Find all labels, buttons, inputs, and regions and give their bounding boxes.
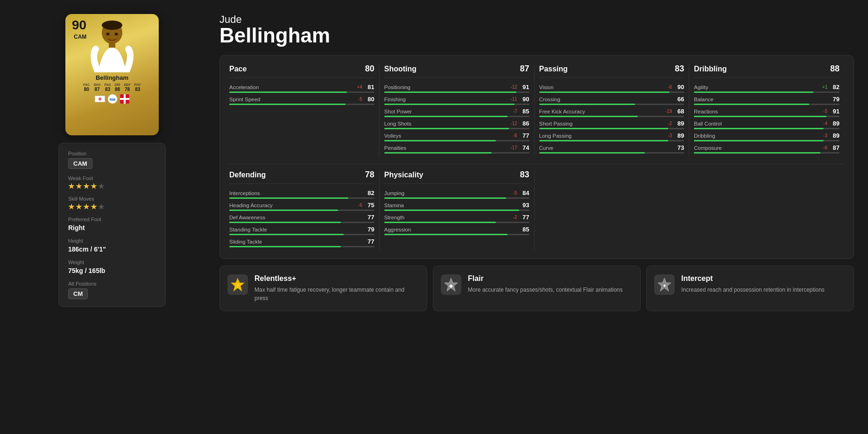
physicality-header: Physicality 83 xyxy=(384,170,529,184)
stat-number: 93 xyxy=(520,202,529,209)
stat-item: Standing Tackle 79 xyxy=(229,226,374,235)
stat-name: Composure xyxy=(694,145,814,151)
stat-item: Composure -6 87 xyxy=(694,144,840,154)
stat-bar-container xyxy=(384,140,529,141)
stat-bar xyxy=(229,246,341,247)
alt-positions-label: Alt Positions xyxy=(68,281,156,287)
stat-number: 81 xyxy=(365,84,374,91)
right-section: Jude Bellingham Pace 80 Acceleration +4 … xyxy=(210,9,854,311)
stat-bar-container xyxy=(384,210,529,211)
star-1 xyxy=(68,183,75,189)
stat-bar xyxy=(539,104,635,105)
stat-category-shooting: Shooting 87 Positioning -12 91 Finishing… xyxy=(384,64,535,156)
stat-modifier: -5 xyxy=(352,97,362,102)
stat-bar-container xyxy=(229,222,374,223)
stat-modifier: -19 xyxy=(662,109,672,114)
card-stat-phy: PHY 83 xyxy=(134,83,141,92)
stat-item: Reactions -5 91 xyxy=(694,108,840,117)
stat-name: Reactions xyxy=(694,109,814,114)
stat-number: 90 xyxy=(675,84,684,91)
passing-value: 83 xyxy=(675,64,684,74)
stat-bar xyxy=(384,128,509,129)
stat-number: 84 xyxy=(520,189,529,196)
stat-item: Balance 79 xyxy=(694,96,840,105)
nation-badge xyxy=(120,94,129,104)
stat-modifier: -12 xyxy=(507,121,517,126)
stat-number: 87 xyxy=(830,144,840,151)
stat-number: 68 xyxy=(675,108,684,115)
stat-number: 74 xyxy=(520,144,529,151)
stat-item: Agility +1 82 xyxy=(694,84,840,93)
trait-desc-relentless_plus: Max half time fatigue recovery, longer t… xyxy=(254,286,419,302)
svg-text:✦: ✦ xyxy=(663,283,667,288)
stat-name: Strength xyxy=(384,215,504,220)
stat-bar-container xyxy=(384,222,529,223)
preferred-foot-value: Right xyxy=(68,224,156,231)
stat-modifier: -3 xyxy=(817,133,827,138)
weak-foot-section: Weak Foot xyxy=(68,175,156,189)
stat-number: 91 xyxy=(830,108,840,115)
trait-icon-intercept: ✦ xyxy=(654,274,675,295)
stat-bar-container xyxy=(384,234,529,235)
stat-category-passing: Passing 83 Vision -6 90 Crossing 66 xyxy=(539,64,690,156)
stat-name: Jumping xyxy=(384,190,504,196)
star-5 xyxy=(98,183,105,189)
stat-name: Positioning xyxy=(384,84,504,90)
stat-item: Long Shots -12 86 xyxy=(384,120,529,129)
stat-number: 82 xyxy=(365,189,374,196)
weight-value: 75kg / 165lb xyxy=(68,267,156,274)
stat-name: Dribbling xyxy=(694,133,814,139)
stat-name: Agility xyxy=(694,84,814,90)
player-image xyxy=(82,19,142,72)
stat-item: Shot Power -7 85 xyxy=(384,108,529,117)
stat-number: 82 xyxy=(830,84,840,91)
stat-number: 77 xyxy=(520,214,529,221)
empty-col-1 xyxy=(539,170,690,250)
stat-bar-container xyxy=(539,91,685,93)
dribbling-items: Agility +1 82 Balance 79 Reactions -5 91 xyxy=(694,84,840,154)
position-section: Position CAM xyxy=(68,151,156,169)
trait-icon-flair: ◆ xyxy=(441,274,461,295)
stat-category-dribbling: Dribbling 88 Agility +1 82 Balance 79 xyxy=(694,64,844,156)
stat-item: Finishing -11 90 xyxy=(384,96,529,105)
stats-card: Pace 80 Acceleration +4 81 Sprint Speed … xyxy=(219,55,854,259)
stat-bar xyxy=(539,116,638,117)
defending-header: Defending 78 xyxy=(229,170,374,184)
stat-bar-container xyxy=(539,152,685,154)
stat-bar xyxy=(384,197,506,199)
pace-items: Acceleration +4 81 Sprint Speed -5 80 xyxy=(229,84,374,105)
player-last-name: Bellingham xyxy=(219,25,854,46)
trait-desc-intercept: Increased reach and possession retention… xyxy=(681,286,825,294)
svg-text:⚡: ⚡ xyxy=(234,282,241,289)
stat-item: Heading Accuracy -6 75 xyxy=(229,202,374,211)
stat-bar xyxy=(384,104,515,105)
stat-bar xyxy=(694,116,826,117)
stat-item: Positioning -12 91 xyxy=(384,84,529,93)
trait-card-flair: ◆ Flair More accurate fancy passes/shots… xyxy=(433,266,641,311)
stat-bar xyxy=(384,140,496,141)
stat-name: Finishing xyxy=(384,97,504,102)
stat-number: 89 xyxy=(675,132,684,139)
shooting-value: 87 xyxy=(520,64,529,74)
stat-number: 86 xyxy=(520,120,529,127)
stat-number: 91 xyxy=(520,84,529,91)
stat-bar xyxy=(384,152,492,154)
stat-bar-container xyxy=(229,246,374,247)
skill-moves-section: Skill Moves xyxy=(68,196,156,210)
trait-icon-relentless_plus: ⚡ xyxy=(227,274,248,295)
stat-name: Ball Control xyxy=(694,121,814,126)
svg-point-4 xyxy=(115,33,118,35)
pace-name: Pace xyxy=(229,65,247,73)
stat-number: 80 xyxy=(365,96,374,103)
stat-bar-container xyxy=(539,128,685,129)
stat-item: Def Awareness 77 xyxy=(229,214,374,223)
stat-modifier: -11 xyxy=(507,97,517,102)
star-2 xyxy=(76,183,82,189)
position-label: Position xyxy=(68,151,156,156)
stat-item: Interceptions 82 xyxy=(229,189,374,199)
physicality-items: Jumping -5 84 Stamina 93 Strength -2 77 xyxy=(384,189,529,235)
stat-item: Vision -6 90 xyxy=(539,84,685,93)
stat-name: Stamina xyxy=(384,203,517,208)
pace-header: Pace 80 xyxy=(229,64,374,78)
sm-star-2 xyxy=(76,203,82,210)
